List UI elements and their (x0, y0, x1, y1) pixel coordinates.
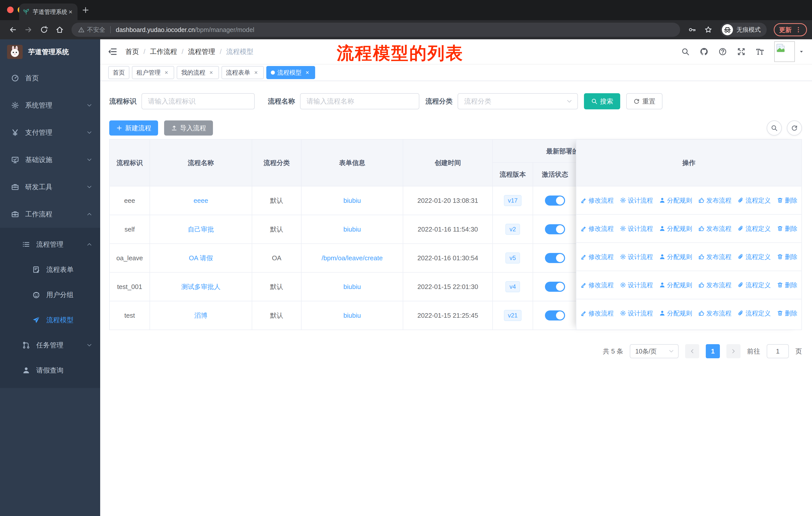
form-link[interactable]: biubiu (343, 283, 361, 291)
sidebar-item-首页[interactable]: 首页 (0, 64, 100, 92)
active-toggle[interactable] (545, 253, 565, 263)
current-page-button[interactable]: 1 (706, 344, 720, 358)
op-设计流程[interactable]: 设计流程 (620, 253, 653, 261)
model-name-link[interactable]: OA 请假 (189, 254, 213, 263)
op-分配规则[interactable]: 分配规则 (659, 196, 692, 205)
font-size-button[interactable] (756, 47, 764, 56)
sidebar-item-任务管理[interactable]: 任务管理 (0, 332, 100, 358)
filter-name-input[interactable] (300, 93, 419, 109)
form-link[interactable]: /bpm/oa/leave/create (322, 254, 383, 262)
op-发布流程[interactable]: 发布流程 (698, 196, 731, 205)
model-name-link[interactable]: eeee (194, 197, 208, 205)
breadcrumb-item[interactable]: 流程管理 (188, 47, 215, 56)
tag-close-icon[interactable]: × (208, 69, 214, 76)
version-badge[interactable]: v5 (505, 252, 520, 264)
op-发布流程[interactable]: 发布流程 (698, 253, 731, 261)
version-badge[interactable]: v2 (505, 224, 520, 235)
breadcrumb-item[interactable]: 首页 (125, 47, 139, 56)
refresh-table-button[interactable] (787, 120, 802, 136)
header-search-button[interactable] (681, 47, 690, 56)
tag-close-icon[interactable]: × (304, 69, 311, 76)
browser-update-button[interactable]: 更新 (774, 23, 807, 36)
sidebar-item-基础设施[interactable]: 基础设施 (0, 146, 100, 173)
reset-button[interactable]: 重置 (626, 93, 663, 109)
tag-close-icon[interactable]: × (253, 69, 259, 76)
breadcrumb-item[interactable]: 工作流程 (150, 47, 177, 56)
op-修改流程[interactable]: 修改流程 (580, 309, 614, 318)
create-model-button[interactable]: 新建流程 (109, 120, 158, 136)
github-button[interactable] (700, 47, 708, 56)
op-设计流程[interactable]: 设计流程 (620, 309, 653, 318)
user-menu-caret-icon[interactable] (799, 49, 804, 54)
tag-流程表单[interactable]: 流程表单× (222, 66, 264, 79)
op-分配规则[interactable]: 分配规则 (659, 224, 692, 233)
tag-流程模型[interactable]: 流程模型× (266, 66, 315, 79)
filter-category-select[interactable]: 流程分类 (458, 93, 578, 109)
next-page-button[interactable] (726, 344, 741, 358)
browser-menu-button[interactable] (795, 26, 802, 33)
sidebar-item-流程表单[interactable]: 流程表单 (0, 257, 100, 282)
op-修改流程[interactable]: 修改流程 (580, 253, 614, 261)
op-流程定义[interactable]: 流程定义 (737, 309, 771, 318)
browser-tab[interactable]: 芋道管理系统 × (19, 3, 78, 20)
import-model-button[interactable]: 导入流程 (164, 120, 213, 136)
op-流程定义[interactable]: 流程定义 (737, 224, 771, 233)
op-修改流程[interactable]: 修改流程 (580, 224, 614, 233)
op-分配规则[interactable]: 分配规则 (659, 281, 692, 289)
app-logo[interactable]: 芋道管理系统 (0, 39, 100, 64)
version-badge[interactable]: v4 (505, 281, 520, 292)
bookmark-button[interactable] (704, 26, 712, 34)
op-修改流程[interactable]: 修改流程 (580, 196, 614, 205)
op-修改流程[interactable]: 修改流程 (580, 281, 614, 289)
form-link[interactable]: biubiu (343, 312, 361, 320)
form-link[interactable]: biubiu (343, 225, 361, 233)
goto-page-input[interactable] (767, 344, 789, 358)
fullscreen-button[interactable] (737, 47, 746, 56)
model-name-link[interactable]: 自己审批 (188, 225, 214, 234)
prev-page-button[interactable] (685, 344, 699, 358)
op-删除[interactable]: 删除 (777, 253, 798, 261)
op-流程定义[interactable]: 流程定义 (737, 253, 771, 261)
home-button[interactable] (55, 25, 64, 34)
tab-close-icon[interactable]: × (67, 8, 74, 16)
page-size-select[interactable]: 10条/页 (630, 344, 678, 358)
form-link[interactable]: biubiu (343, 197, 361, 205)
sidebar-item-用户分组[interactable]: 用户分组 (0, 282, 100, 307)
op-发布流程[interactable]: 发布流程 (698, 224, 731, 233)
new-tab-button[interactable] (82, 6, 90, 14)
op-流程定义[interactable]: 流程定义 (737, 196, 771, 205)
tag-close-icon[interactable]: × (163, 69, 170, 76)
reload-button[interactable] (40, 25, 48, 34)
active-toggle[interactable] (545, 224, 565, 234)
sidebar-item-系统管理[interactable]: 系统管理 (0, 92, 100, 119)
op-发布流程[interactable]: 发布流程 (698, 281, 731, 289)
version-badge[interactable]: v21 (504, 310, 522, 321)
model-name-link[interactable]: 滔博 (194, 311, 207, 320)
op-删除[interactable]: 删除 (777, 309, 798, 318)
close-window-button[interactable] (7, 6, 13, 13)
show-search-button[interactable] (767, 120, 782, 136)
version-badge[interactable]: v17 (504, 195, 522, 206)
sidebar-item-研发工具[interactable]: 研发工具 (0, 173, 100, 200)
op-分配规则[interactable]: 分配规则 (659, 253, 692, 261)
sidebar-item-流程模型[interactable]: 流程模型 (0, 307, 100, 332)
search-button[interactable]: 搜索 (584, 93, 620, 109)
sidebar-item-支付管理[interactable]: 支付管理 (0, 119, 100, 146)
active-toggle[interactable] (545, 195, 565, 206)
help-button[interactable] (718, 47, 727, 56)
filter-key-input[interactable] (141, 93, 255, 109)
op-发布流程[interactable]: 发布流程 (698, 309, 731, 318)
op-设计流程[interactable]: 设计流程 (620, 281, 653, 289)
tag-租户管理[interactable]: 租户管理× (132, 66, 174, 79)
tag-我的流程[interactable]: 我的流程× (177, 66, 219, 79)
password-manager-button[interactable] (688, 26, 696, 34)
active-toggle[interactable] (545, 310, 565, 321)
sidebar-item-工作流程[interactable]: 工作流程 (0, 200, 100, 228)
collapse-sidebar-button[interactable] (108, 47, 117, 56)
op-分配规则[interactable]: 分配规则 (659, 309, 692, 318)
op-设计流程[interactable]: 设计流程 (620, 196, 653, 205)
op-删除[interactable]: 删除 (777, 224, 798, 233)
op-删除[interactable]: 删除 (777, 281, 798, 289)
address-bar[interactable]: 不安全 dashboard.yudao.iocoder.cn /bpm/mana… (71, 23, 680, 37)
active-toggle[interactable] (545, 282, 565, 292)
